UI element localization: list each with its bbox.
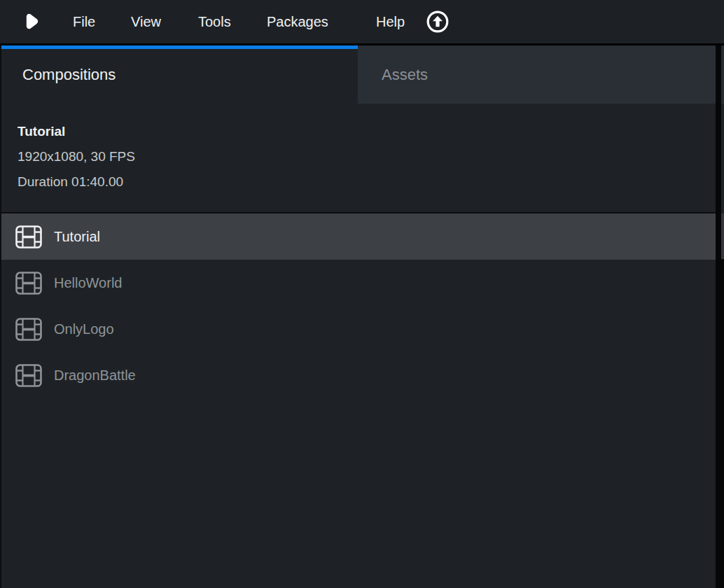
tab-compositions-label: Compositions <box>22 46 116 104</box>
tab-compositions[interactable]: Compositions <box>0 46 358 104</box>
film-strip-icon <box>15 318 42 341</box>
adjacent-panel-edge <box>721 104 724 214</box>
panel-tab-bar: Compositions Assets <box>0 46 724 104</box>
composition-row-dragonbattle[interactable]: DragonBattle <box>0 352 724 398</box>
tab-assets[interactable]: Assets <box>358 46 716 104</box>
tab-assets-label: Assets <box>382 46 428 104</box>
menu-help[interactable]: Help <box>376 0 405 43</box>
composition-row-label: Tutorial <box>54 229 100 245</box>
arrow-up-circle-icon[interactable] <box>426 10 450 34</box>
menu-file[interactable]: File <box>73 0 95 43</box>
cavalry-logo-icon[interactable] <box>23 13 39 30</box>
composition-row-tutorial[interactable]: Tutorial <box>0 214 724 260</box>
adjacent-panel-edge <box>721 46 724 104</box>
composition-row-label: OnlyLogo <box>54 321 114 337</box>
application-window: File View Tools Packages Help Compositio… <box>0 0 724 588</box>
menu-packages[interactable]: Packages <box>267 0 328 43</box>
composition-row-onlylogo[interactable]: OnlyLogo <box>0 306 724 352</box>
adjacent-panel-edge <box>721 214 724 259</box>
menu-tools[interactable]: Tools <box>198 0 231 43</box>
composition-row-label: HelloWorld <box>54 275 122 291</box>
composition-duration: Duration 01:40.00 <box>18 169 724 195</box>
active-tab-indicator <box>0 46 358 49</box>
composition-row-label: DragonBattle <box>54 368 136 384</box>
film-strip-icon <box>15 272 42 295</box>
menu-bar: File View Tools Packages Help <box>0 0 724 43</box>
panel-left-edge <box>0 46 1 588</box>
composition-format: 1920x1080, 30 FPS <box>18 144 724 169</box>
film-strip-icon <box>15 364 42 387</box>
composition-name: Tutorial <box>18 119 724 144</box>
menu-view[interactable]: View <box>131 0 161 43</box>
composition-list: Tutorial HelloWorld <box>0 212 724 398</box>
composition-row-helloworld[interactable]: HelloWorld <box>0 260 724 306</box>
composition-info: Tutorial 1920x1080, 30 FPS Duration 01:4… <box>0 104 724 195</box>
film-strip-icon <box>15 225 42 248</box>
panel-right-gap <box>716 46 724 588</box>
